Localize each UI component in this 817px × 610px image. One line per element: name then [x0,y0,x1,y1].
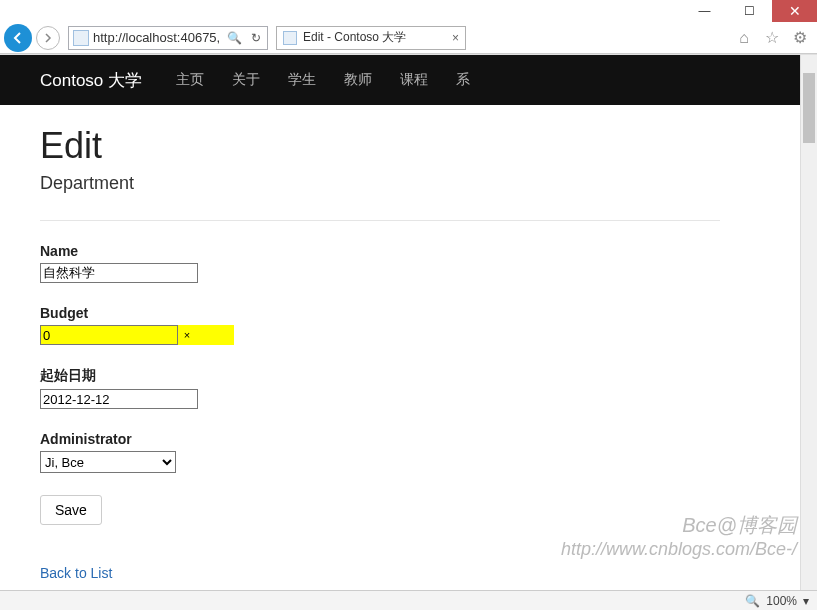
vertical-scrollbar[interactable] [800,55,817,590]
nav-instructors[interactable]: 教师 [344,71,372,89]
zoom-dropdown-icon[interactable]: ▾ [803,594,809,608]
budget-highlight [196,325,234,345]
scrollbar-thumb[interactable] [803,73,815,143]
nav-students[interactable]: 学生 [288,71,316,89]
startdate-input[interactable] [40,389,198,409]
field-startdate: 起始日期 [40,367,720,409]
main-container: Edit Department Name Budget × 起始日期 Admin… [0,105,760,590]
budget-label: Budget [40,305,720,321]
admin-label: Administrator [40,431,720,447]
tab-favicon [283,31,297,45]
tab-title: Edit - Contoso 大学 [303,29,446,46]
clear-icon[interactable]: × [178,329,196,341]
nav-courses[interactable]: 课程 [400,71,428,89]
browser-toolbar: http://localhost:40675, 🔍 ↻ Edit - Conto… [0,22,817,54]
name-label: Name [40,243,720,259]
admin-select[interactable]: Ji, Bce [40,451,176,473]
nav-home[interactable]: 主页 [176,71,204,89]
browser-tab[interactable]: Edit - Contoso 大学 × [276,26,466,50]
name-input[interactable] [40,263,198,283]
window-minimize-button[interactable]: — [682,0,727,22]
nav-back-button[interactable] [4,24,32,52]
nav-departments[interactable]: 系 [456,71,470,89]
home-icon[interactable]: ⌂ [734,28,754,48]
field-name: Name [40,243,720,283]
field-administrator: Administrator Ji, Bce [40,431,720,473]
page-subheading: Department [40,173,720,194]
page-viewport: Contoso 大学 主页 关于 学生 教师 课程 系 Edit Departm… [0,54,817,590]
window-close-button[interactable]: ✕ [772,0,817,22]
tab-close-icon[interactable]: × [452,31,459,45]
brand[interactable]: Contoso 大学 [40,69,142,92]
zoom-icon[interactable]: 🔍 [745,594,760,608]
status-bar: 🔍 100% ▾ [0,590,817,610]
refresh-icon[interactable]: ↻ [245,31,267,45]
nav-forward-button[interactable] [36,26,60,50]
back-to-list-link[interactable]: Back to List [40,565,112,581]
page-heading: Edit [40,125,720,167]
divider [40,220,720,221]
settings-icon[interactable]: ⚙ [790,28,810,48]
startdate-label: 起始日期 [40,367,720,385]
address-text[interactable]: http://localhost:40675, [93,30,223,45]
page-icon [73,30,89,46]
nav-about[interactable]: 关于 [232,71,260,89]
favorites-icon[interactable]: ☆ [762,28,782,48]
window-titlebar: — ☐ ✕ [0,0,817,22]
field-budget: Budget × [40,305,720,345]
search-icon[interactable]: 🔍 [223,31,245,45]
address-bar[interactable]: http://localhost:40675, 🔍 ↻ [68,26,268,50]
window-maximize-button[interactable]: ☐ [727,0,772,22]
zoom-level: 100% [766,594,797,608]
save-button[interactable]: Save [40,495,102,525]
page-content: Contoso 大学 主页 关于 学生 教师 课程 系 Edit Departm… [0,55,817,590]
site-navbar: Contoso 大学 主页 关于 学生 教师 课程 系 [0,55,817,105]
budget-input[interactable] [40,325,178,345]
